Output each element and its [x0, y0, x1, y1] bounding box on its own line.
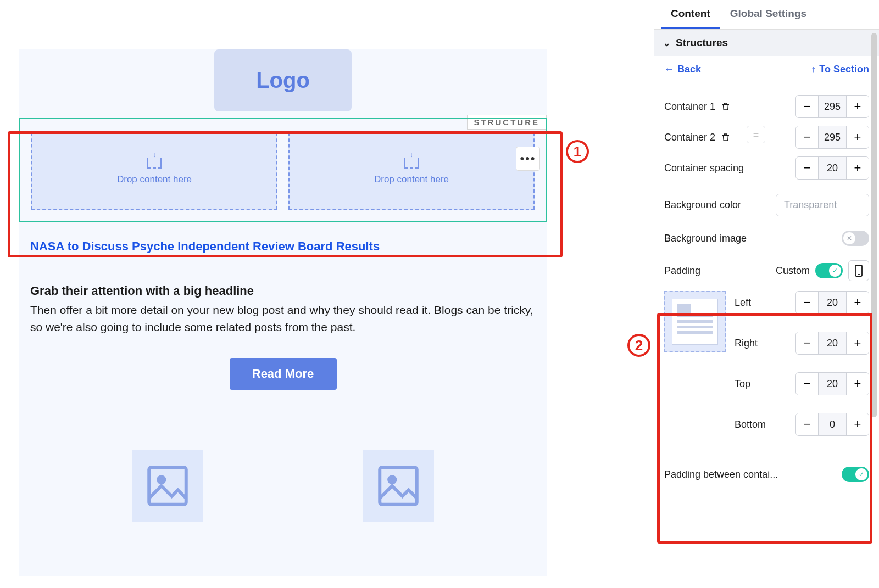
- sidebar-tabs: Content Global Settings: [654, 0, 879, 30]
- padding-controls: Left − 20 + Right − 20 +: [664, 291, 869, 453]
- padding-preview: [664, 291, 726, 352]
- to-section-label: To Section: [819, 64, 869, 75]
- decrement-button[interactable]: −: [796, 156, 818, 180]
- mobile-icon: [855, 265, 863, 277]
- padding-header: Padding Custom ✓: [664, 260, 869, 281]
- background-color-input[interactable]: Transparent: [776, 194, 869, 216]
- toggle-knob: ✓: [829, 265, 841, 277]
- back-button[interactable]: ←Back: [664, 64, 701, 75]
- container-1-label: Container 1: [664, 101, 731, 113]
- svg-rect-0: [149, 467, 186, 505]
- container-2-width-stepper[interactable]: − 295 +: [795, 126, 869, 149]
- increment-button[interactable]: +: [847, 291, 869, 314]
- padding-between-label: Padding between contai...: [664, 469, 778, 480]
- decrement-button[interactable]: −: [796, 332, 818, 355]
- container-2-width-value[interactable]: 295: [818, 126, 847, 149]
- padding-bottom-row: Bottom − 0 +: [735, 413, 869, 436]
- section-structures[interactable]: ⌄ Structures: [654, 30, 879, 56]
- padding-right-value[interactable]: 20: [818, 332, 847, 355]
- image-icon: [143, 461, 192, 511]
- annotation-badge-2: 2: [627, 334, 650, 357]
- read-more-button[interactable]: Read More: [230, 358, 337, 390]
- sidebar-scrollbar[interactable]: [871, 33, 877, 417]
- image-placeholder-2[interactable]: [363, 450, 434, 522]
- padding-left-row: Left − 20 +: [735, 291, 869, 314]
- tab-content[interactable]: Content: [661, 0, 720, 29]
- thumbnail-row: [19, 450, 547, 522]
- email-template: Logo STRUCTURE Drop content here Drop co…: [19, 49, 547, 576]
- decrement-button[interactable]: −: [796, 126, 818, 149]
- chevron-down-icon: ⌄: [663, 38, 670, 48]
- logo-text: Logo: [256, 68, 310, 93]
- container-spacing-row: Container spacing − 20 +: [664, 156, 869, 180]
- increment-button[interactable]: +: [847, 156, 869, 180]
- decrement-button[interactable]: −: [796, 95, 818, 118]
- annotation-box-1: [8, 131, 563, 257]
- padding-between-row: Padding between contai... ✓: [654, 453, 879, 482]
- container-1-width-stepper[interactable]: − 295 +: [795, 95, 869, 118]
- padding-left-stepper[interactable]: − 20 +: [795, 291, 869, 314]
- section-title-text: Structures: [676, 37, 728, 49]
- container-spacing-stepper[interactable]: − 20 +: [795, 156, 869, 180]
- image-icon: [374, 461, 423, 511]
- trash-icon[interactable]: [721, 132, 731, 143]
- to-section-button[interactable]: ↑To Section: [811, 64, 869, 75]
- padding-bottom-stepper[interactable]: − 0 +: [795, 413, 869, 436]
- padding-top-row: Top − 20 +: [735, 372, 869, 395]
- logo-placeholder[interactable]: Logo: [214, 49, 352, 111]
- increment-button[interactable]: +: [847, 332, 869, 355]
- trash-icon[interactable]: [721, 101, 731, 112]
- padding-bottom-value[interactable]: 0: [818, 413, 847, 436]
- container-1-row: Container 1 − 295 +: [664, 95, 869, 118]
- increment-button[interactable]: +: [847, 126, 869, 149]
- structure-breadcrumb: ←Back ↑To Section: [654, 56, 879, 83]
- padding-label: Padding: [664, 265, 770, 277]
- background-color-row: Background color Transparent: [664, 194, 869, 216]
- decrement-button[interactable]: −: [796, 291, 818, 314]
- increment-button[interactable]: +: [847, 95, 869, 118]
- padding-custom-toggle[interactable]: ✓: [815, 263, 843, 278]
- back-label: Back: [677, 64, 701, 75]
- toggle-knob: ✕: [843, 232, 855, 244]
- container-2-label: Container 2: [664, 132, 731, 143]
- padding-section: Padding Custom ✓ Left: [664, 260, 869, 453]
- container-spacing-label: Container spacing: [664, 163, 744, 174]
- padding-bottom-label: Bottom: [735, 419, 767, 430]
- editor-canvas: Logo STRUCTURE Drop content here Drop co…: [0, 0, 648, 588]
- increment-button[interactable]: +: [847, 372, 869, 395]
- tab-global-settings[interactable]: Global Settings: [720, 0, 816, 29]
- padding-right-label: Right: [735, 338, 767, 349]
- arrow-left-icon: ←: [664, 64, 674, 75]
- background-image-toggle[interactable]: ✕: [842, 231, 869, 246]
- background-color-label: Background color: [664, 199, 741, 211]
- padding-custom-label: Custom: [776, 265, 810, 277]
- arrow-up-icon: ↑: [811, 64, 816, 75]
- mobile-view-button[interactable]: [848, 260, 869, 281]
- container-spacing-value[interactable]: 20: [818, 156, 847, 180]
- padding-top-label: Top: [735, 378, 767, 390]
- article-body[interactable]: Then offer a bit more detail on your new…: [30, 301, 536, 336]
- equalize-button[interactable]: =: [747, 126, 765, 143]
- padding-left-label: Left: [735, 297, 767, 309]
- svg-point-3: [389, 477, 395, 483]
- padding-right-row: Right − 20 +: [735, 332, 869, 355]
- panel-body: Container 1 − 295 + = Container 2 − 295 …: [654, 83, 879, 453]
- padding-top-value[interactable]: 20: [818, 372, 847, 395]
- padding-between-toggle[interactable]: ✓: [842, 467, 869, 482]
- background-image-label: Background image: [664, 233, 747, 244]
- container-2-row: Container 2 − 295 +: [664, 126, 869, 149]
- padding-right-stepper[interactable]: − 20 +: [795, 332, 869, 355]
- padding-top-stepper[interactable]: − 20 +: [795, 372, 869, 395]
- decrement-button[interactable]: −: [796, 413, 818, 436]
- padding-left-value[interactable]: 20: [818, 291, 847, 314]
- image-placeholder-1[interactable]: [132, 450, 203, 522]
- background-image-row: Background image ✕: [664, 231, 869, 246]
- properties-sidebar: Content Global Settings ⌄ Structures ←Ba…: [654, 0, 879, 588]
- article-headline[interactable]: Grab their attention with a big headline: [30, 284, 536, 298]
- svg-rect-2: [380, 467, 417, 505]
- increment-button[interactable]: +: [847, 413, 869, 436]
- svg-point-1: [158, 477, 164, 483]
- container-1-width-value[interactable]: 295: [818, 95, 847, 118]
- decrement-button[interactable]: −: [796, 372, 818, 395]
- toggle-knob: ✓: [855, 468, 867, 480]
